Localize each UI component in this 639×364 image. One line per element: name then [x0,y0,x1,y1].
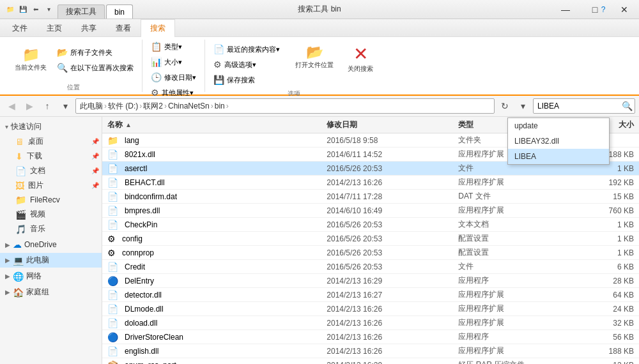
table-row[interactable]: 📄 bmpres.dll 2014/6/10 16:49 应用程序扩展 760 … [102,204,639,218]
file-name-text: DriverStoreClean [125,333,183,342]
table-row[interactable]: 📄 BEHACT.dll 2014/2/13 16:26 应用程序扩展 192 … [102,176,639,190]
autocomplete-item-libeay32[interactable]: LIBEAY32.dll [508,133,609,149]
open-location-label: 打开文件位置 [295,61,334,70]
date-modified-btn[interactable]: 🕒 修改日期▾ [148,70,199,84]
table-row[interactable]: 🔵 DriverStoreClean 2014/2/13 16:26 应用程序 … [102,330,639,344]
table-row[interactable]: 📄 DLmode.dll 2014/2/13 16:26 应用程序扩展 24 K… [102,302,639,316]
refresh-button[interactable]: ↻ [497,98,512,114]
advanced-options-icon: ⚙ [213,59,222,70]
ribbon-tab-share[interactable]: 共享 [72,19,106,37]
sidebar-item-documents[interactable]: 📄 文档 📌 [0,163,102,178]
file-type-cell: 文件 [458,261,564,272]
table-row[interactable]: 📄 detector.dll 2014/2/13 16:27 应用程序扩展 64… [102,288,639,302]
file-icon: 🔵 [107,276,118,286]
save-search-btn[interactable]: 💾 保存搜索 [210,73,283,87]
quick-access-icon-2[interactable]: 💾 [18,4,28,15]
table-row[interactable]: 🔵 DelEntry 2014/2/13 16:29 应用程序 28 KB [102,274,639,288]
ribbon-tab-search[interactable]: 搜索 [141,19,175,37]
sidebar-network-header[interactable]: ▶ 🌐 网络 [0,269,102,284]
quick-access-icon-1[interactable]: 📁 [5,4,15,15]
dropdown-arrow[interactable]: ▾ [43,4,54,15]
file-name-text: detector.dll [125,291,162,300]
ribbon: 文件 主页 共享 查看 搜索 📁 当前文件夹 📂 所有子文件夹 🔍 [0,19,639,96]
location-group-label: 位置 [67,80,80,92]
quick-access-icon-3[interactable]: ⬅ [31,4,41,15]
homegroup-label: 家庭组 [26,287,49,298]
sidebar-item-filerecv[interactable]: 📁 FileRecv [0,193,102,207]
col-header-name[interactable]: 名称 ▲ [107,119,327,130]
filerecv-label: FileRecv [30,195,60,204]
search-input[interactable] [533,98,635,114]
sidebar-item-music[interactable]: 🎵 音乐 [0,222,102,236]
sidebar-quickaccess-header[interactable]: ▾ 快速访问 [0,119,102,134]
current-folder-btn[interactable]: 📁 当前文件夹 [10,45,51,75]
table-row[interactable]: 📄 CheckPin 2016/5/26 20:53 文本文档 1 KB [102,218,639,232]
table-row[interactable]: ⚙ connprop 2016/5/26 20:53 配置设置 1 KB [102,246,639,260]
tab-bin[interactable]: bin [106,4,133,19]
forward-button[interactable]: ▶ [22,98,37,114]
file-date-cell: 2014/2/13 16:29 [327,361,458,365]
table-row[interactable]: 📄 bindconfirm.dat 2014/7/11 17:28 DAT 文件… [102,190,639,204]
address-dropdown-button[interactable]: ▾ [515,98,530,114]
close-button[interactable]: ✕ [610,0,639,19]
file-type-cell: 应用程序扩展 [458,289,564,300]
sidebar-item-desktop[interactable]: 🖥 桌面 📌 [0,134,102,149]
table-row[interactable]: 📄 Credit 2016/5/26 20:53 文件 6 KB [102,260,639,274]
file-type-cell: 应用程序扩展 [458,317,564,328]
recent-searches-icon: 📄 [213,44,224,54]
table-row[interactable]: 📄 english.dll 2014/2/13 16:26 应用程序扩展 188… [102,344,639,358]
file-icon: 📄 [107,262,118,272]
type-icon: 📋 [151,42,162,52]
sidebar-item-downloads[interactable]: ⬇ 下载 📌 [0,149,102,163]
recent-searches-btn[interactable]: 📄 最近的搜索内容▾ [210,42,283,56]
address-path[interactable]: 此电脑 › 软件 (D:) › 联网2 › ChinaNetSn › bin › [75,98,495,114]
col-header-date[interactable]: 修改日期 [327,119,458,130]
sidebar-homegroup-header[interactable]: ▶ 🏠 家庭组 [0,285,102,300]
file-icon: 🔵 [107,332,118,342]
breadcrumb-chinasn: ChinaNetSn [168,102,210,110]
up-button[interactable]: ↑ [40,98,55,114]
file-date-cell: 2016/5/26 20:53 [327,248,458,257]
sidebar-item-video[interactable]: 🎬 视频 [0,207,102,222]
table-row[interactable]: 📦 enum_ras_port 2014/2/13 16:29 好压 RAR 压… [102,358,639,364]
file-name-text: bmpres.dll [125,206,160,215]
sidebar-onedrive-header[interactable]: ▶ ☁ OneDrive [0,238,102,252]
recent-locations-button[interactable]: ▾ [58,98,73,114]
type-btn[interactable]: 📋 类型▾ [148,40,185,54]
file-size-cell: 760 KB [564,206,634,215]
size-label: 大小▾ [164,57,182,67]
all-subfolders-btn[interactable]: 📂 所有子文件夹 [54,45,137,59]
minimize-button[interactable]: — [551,0,580,19]
ribbon-tab-view[interactable]: 查看 [106,19,141,37]
open-file-location-btn[interactable]: 📂 打开文件位置 [291,42,338,73]
advanced-options-label: 高级选项▾ [224,60,256,70]
title-bar-tabs: 搜索工具 bin [58,0,134,19]
file-name-cell: 🔵 DelEntry [107,276,327,286]
file-date-cell: 2014/6/10 16:49 [327,206,458,215]
tab-search-tools[interactable]: 搜索工具 [58,4,105,19]
table-row[interactable]: 📄 doload.dll 2014/2/13 16:26 应用程序扩展 32 K… [102,316,639,330]
advanced-options-btn[interactable]: ⚙ 高级选项▾ [210,57,283,72]
autocomplete-item-libea[interactable]: LIBEA [508,149,609,164]
ribbon-tab-home[interactable]: 主页 [37,19,72,37]
sidebar-item-pictures[interactable]: 🖼 图片 📌 [0,178,102,193]
size-btn[interactable]: 📊 大小▾ [148,55,185,69]
close-search-btn[interactable]: ✕ 关闭搜索 [343,42,378,77]
chevron-icon: ▾ [5,123,8,130]
autocomplete-item-update[interactable]: update [508,118,609,133]
help-icon[interactable]: ? [597,0,610,19]
search-again-label: 在以下位置再次搜索 [70,63,134,73]
file-name-cell: 📄 8021x.dll [107,149,327,160]
table-row[interactable]: ⚙ config 2016/5/26 20:53 配置设置 1 KB [102,232,639,246]
ribbon-tabs: 文件 主页 共享 查看 搜索 [0,19,639,37]
sidebar-thispc-header[interactable]: ▶ 💻 此电脑 [0,253,102,268]
breadcrumb-drive: 软件 (D:) [108,101,138,112]
ribbon-tab-file[interactable]: 文件 [3,19,37,37]
file-name-text: BEHACT.dll [125,178,165,187]
thispc-icon: 💻 [13,255,24,266]
current-folder-label: 当前文件夹 [15,63,47,72]
back-button[interactable]: ◀ [4,98,19,114]
search-submit-icon[interactable]: 🔍 [622,101,633,111]
search-again-btn[interactable]: 🔍 在以下位置再次搜索 [54,61,137,75]
sidebar: ▾ 快速访问 🖥 桌面 📌 ⬇ 下载 📌 📄 文档 📌 🖼 图片 � [0,117,102,364]
